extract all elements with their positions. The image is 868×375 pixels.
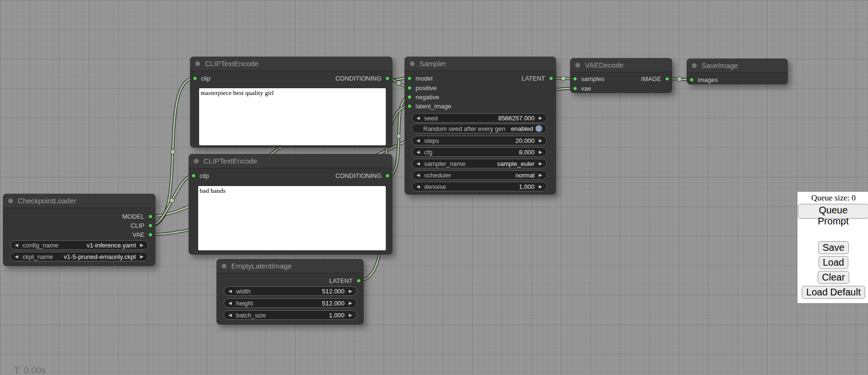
output-label: IMAGE bbox=[641, 75, 661, 82]
widget-config-name[interactable]: ◀ config_name v1-inference.yaml ▶ bbox=[10, 240, 148, 250]
decrement-arrow-icon[interactable]: ◀ bbox=[416, 116, 420, 120]
input-label: clip bbox=[200, 172, 209, 179]
input-port-vae[interactable] bbox=[573, 86, 577, 91]
widget-scheduler[interactable]: ◀ scheduler normal ▶ bbox=[412, 170, 547, 180]
input-port-samples[interactable] bbox=[573, 77, 577, 81]
increment-arrow-icon[interactable]: ▶ bbox=[349, 313, 352, 317]
node-vaedecode[interactable]: VAEDecode samples vae IMAGE bbox=[570, 58, 672, 93]
decrement-arrow-icon[interactable]: ◀ bbox=[416, 139, 420, 143]
increment-arrow-icon[interactable]: ▶ bbox=[539, 116, 542, 120]
input-label: samples bbox=[581, 75, 604, 82]
input-slot-latent-image: latent_image bbox=[407, 102, 451, 110]
decrement-arrow-icon[interactable]: ◀ bbox=[416, 185, 420, 189]
link-midpoint-dot bbox=[677, 77, 682, 82]
decrement-arrow-icon[interactable]: ◀ bbox=[15, 243, 18, 247]
output-port-conditioning[interactable] bbox=[385, 76, 390, 81]
increment-arrow-icon[interactable]: ▶ bbox=[539, 185, 542, 189]
comfy-menu-panel[interactable]: Queue size: 0 Queue Prompt Save Load Cle… bbox=[797, 192, 868, 303]
input-port-latent-image[interactable] bbox=[407, 104, 412, 108]
node-cliptextencode-negative[interactable]: CLIPTextEncode clip CONDITIONING bad han… bbox=[189, 154, 392, 255]
node-title: CheckpointLoader bbox=[18, 197, 76, 205]
widget-name: height bbox=[236, 300, 253, 307]
node-emptylatentimage[interactable]: EmptyLatentImage LATENT ◀ width 512.000 … bbox=[216, 259, 364, 325]
node-header[interactable]: CheckpointLoader bbox=[3, 194, 155, 208]
output-port-image[interactable] bbox=[665, 77, 669, 81]
increment-arrow-icon[interactable]: ▶ bbox=[140, 255, 143, 259]
node-saveimage[interactable]: SaveImage images bbox=[687, 59, 788, 84]
output-label: CLIP bbox=[131, 222, 144, 229]
collapse-dot-icon[interactable] bbox=[195, 61, 200, 66]
decrement-arrow-icon[interactable]: ◀ bbox=[228, 289, 232, 293]
output-port-conditioning[interactable] bbox=[385, 174, 390, 178]
widget-value: 8.000 bbox=[519, 149, 535, 156]
increment-arrow-icon[interactable]: ▶ bbox=[539, 139, 542, 143]
save-button[interactable]: Save bbox=[818, 241, 849, 254]
prompt-textarea[interactable]: masterpiece best quality girl bbox=[199, 88, 386, 145]
collapse-dot-icon[interactable] bbox=[8, 199, 13, 203]
collapse-dot-icon[interactable] bbox=[575, 63, 580, 68]
increment-arrow-icon[interactable]: ▶ bbox=[539, 162, 542, 166]
increment-arrow-icon[interactable]: ▶ bbox=[539, 173, 542, 177]
input-port-images[interactable] bbox=[690, 78, 694, 82]
widget-denoise[interactable]: ◀ denoise 1.000 ▶ bbox=[412, 182, 547, 191]
node-header[interactable]: VAEDecode bbox=[570, 58, 672, 72]
widget-ckpt-name[interactable]: ◀ ckpt_name v1-5-pruned-emaonly.ckpt ▶ bbox=[10, 252, 148, 261]
widget-batch-size[interactable]: ◀ batch_size 1.000 ▶ bbox=[224, 310, 357, 320]
node-header[interactable]: Sampler bbox=[404, 57, 556, 71]
decrement-arrow-icon[interactable]: ◀ bbox=[416, 173, 420, 177]
toggle-dot-icon[interactable] bbox=[535, 125, 542, 132]
increment-arrow-icon[interactable]: ▶ bbox=[349, 289, 352, 293]
node-checkpointloader[interactable]: CheckpointLoader MODEL CLIP VAE ◀ config… bbox=[3, 194, 155, 266]
output-port-clip[interactable] bbox=[148, 223, 153, 228]
output-port-latent[interactable] bbox=[549, 76, 553, 81]
load-default-button[interactable]: Load Default bbox=[802, 286, 865, 299]
collapse-dot-icon[interactable] bbox=[194, 159, 199, 164]
widget-seed[interactable]: ◀ seed 8566257.000 ▶ bbox=[412, 113, 547, 123]
clear-button[interactable]: Clear bbox=[818, 271, 849, 284]
collapse-dot-icon[interactable] bbox=[410, 61, 415, 66]
increment-arrow-icon[interactable]: ▶ bbox=[539, 150, 542, 154]
decrement-arrow-icon[interactable]: ◀ bbox=[15, 255, 18, 259]
decrement-arrow-icon[interactable]: ◀ bbox=[416, 162, 420, 166]
output-port-vae[interactable] bbox=[148, 233, 153, 237]
node-cliptextencode-positive[interactable]: CLIPTextEncode clip CONDITIONING masterp… bbox=[190, 57, 392, 148]
input-label: images bbox=[698, 76, 718, 83]
input-port-clip[interactable] bbox=[193, 76, 197, 81]
widget-value: 1.000 bbox=[519, 183, 535, 190]
node-header[interactable]: CLIPTextEncode bbox=[190, 57, 392, 71]
increment-arrow-icon[interactable]: ▶ bbox=[349, 301, 352, 305]
decrement-arrow-icon[interactable]: ◀ bbox=[228, 313, 232, 317]
widget-sampler-name[interactable]: ◀ sampler_name sample_euler ▶ bbox=[412, 159, 547, 168]
queue-prompt-button[interactable]: Queue Prompt bbox=[798, 204, 868, 219]
node-header[interactable]: SaveImage bbox=[687, 59, 788, 73]
output-slot-image: IMAGE bbox=[641, 74, 669, 83]
graph-canvas[interactable]: CheckpointLoader MODEL CLIP VAE ◀ config… bbox=[0, 0, 868, 375]
widget-height[interactable]: ◀ height 512.000 ▶ bbox=[224, 298, 357, 308]
node-sampler[interactable]: Sampler model positive negative latent_i… bbox=[404, 57, 556, 195]
prompt-textarea[interactable]: bad hands bbox=[198, 186, 386, 250]
increment-arrow-icon[interactable]: ▶ bbox=[140, 243, 143, 247]
decrement-arrow-icon[interactable]: ◀ bbox=[416, 150, 420, 154]
input-port-negative[interactable] bbox=[407, 95, 412, 99]
output-slot-latent: LATENT bbox=[522, 74, 553, 82]
collapse-dot-icon[interactable] bbox=[692, 63, 697, 68]
widget-width[interactable]: ◀ width 512.000 ▶ bbox=[224, 286, 357, 296]
load-button[interactable]: Load bbox=[819, 256, 849, 269]
decrement-arrow-icon[interactable]: ◀ bbox=[228, 301, 232, 305]
input-label: negative bbox=[416, 94, 439, 101]
node-header[interactable]: EmptyLatentImage bbox=[216, 259, 364, 273]
output-port-latent[interactable] bbox=[357, 279, 361, 283]
input-port-positive[interactable] bbox=[407, 86, 412, 90]
collapse-dot-icon[interactable] bbox=[222, 264, 226, 269]
node-header[interactable]: CLIPTextEncode bbox=[189, 154, 392, 168]
widget-steps[interactable]: ◀ steps 20.000 ▶ bbox=[412, 136, 547, 145]
output-port-model[interactable] bbox=[148, 214, 153, 219]
input-port-clip[interactable] bbox=[191, 174, 196, 178]
link-midpoint-dot bbox=[170, 150, 175, 154]
link-midpoint-dot bbox=[396, 81, 401, 85]
input-port-model[interactable] bbox=[407, 76, 412, 81]
queue-size-label: Queue size: 0 bbox=[797, 192, 868, 203]
widget-cfg[interactable]: ◀ cfg 8.000 ▶ bbox=[412, 147, 547, 157]
widget-random-seed-toggle[interactable]: Random seed after every gen enabled bbox=[412, 124, 547, 133]
widget-name: scheduler bbox=[424, 172, 451, 179]
